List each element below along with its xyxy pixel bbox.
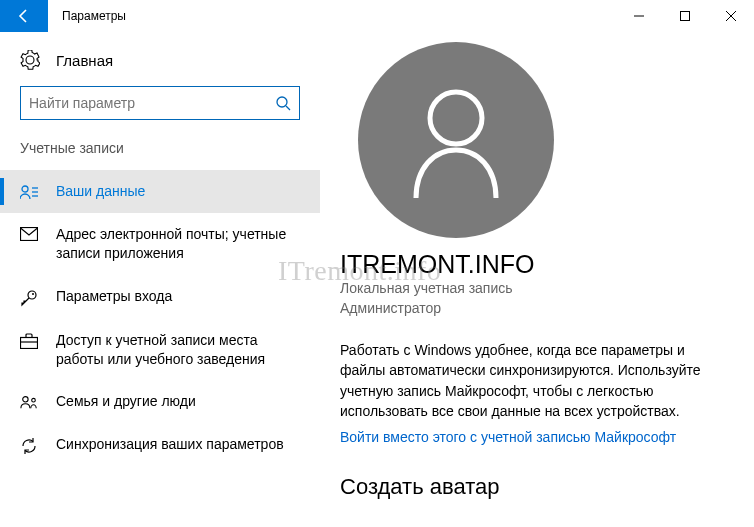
sidebar-item-signin-options[interactable]: Параметры входа (0, 275, 320, 319)
avatar (358, 42, 554, 238)
home-button[interactable]: Главная (0, 50, 320, 86)
svg-point-15 (23, 397, 28, 402)
minimize-button[interactable] (616, 0, 662, 32)
sidebar-item-sync[interactable]: Синхронизация ваших параметров (0, 423, 320, 467)
svg-point-6 (22, 186, 28, 192)
svg-point-17 (430, 92, 482, 144)
svg-point-4 (277, 97, 287, 107)
maximize-button[interactable] (662, 0, 708, 32)
briefcase-icon (20, 333, 38, 349)
window-controls (616, 0, 754, 32)
username: ITREMONT.INFO (340, 250, 734, 279)
search-icon (275, 95, 291, 111)
arrow-left-icon (16, 8, 32, 24)
person-icon (401, 80, 511, 200)
sync-description: Работать с Windows удобнее, когда все па… (340, 340, 734, 421)
sidebar-item-label: Параметры входа (56, 287, 182, 306)
sidebar-item-label: Доступ к учетной записи места работы или… (56, 331, 300, 369)
category-title: Учетные записи (0, 140, 320, 170)
mail-icon (20, 227, 38, 241)
close-button[interactable] (708, 0, 754, 32)
sidebar: Главная Учетные записи Ваши данные Адрес… (0, 32, 320, 527)
gear-icon (20, 50, 40, 70)
signin-microsoft-link[interactable]: Войти вместо этого с учетной записью Май… (340, 429, 676, 445)
sidebar-item-label: Семья и другие люди (56, 392, 206, 411)
svg-line-5 (286, 106, 290, 110)
account-type: Локальная учетная запись (340, 279, 734, 299)
key-icon (20, 289, 38, 307)
sync-icon (20, 437, 38, 455)
close-icon (726, 11, 736, 21)
search-field[interactable] (29, 95, 275, 111)
people-icon (20, 394, 38, 410)
home-label: Главная (56, 52, 113, 69)
titlebar: Параметры (0, 0, 754, 32)
avatar-section-title: Создать аватар (340, 474, 734, 500)
svg-rect-13 (21, 337, 38, 348)
sidebar-item-email-accounts[interactable]: Адрес электронной почты; учетные записи … (0, 213, 320, 275)
account-role: Администратор (340, 299, 734, 319)
svg-rect-1 (681, 12, 690, 21)
svg-point-12 (32, 293, 34, 295)
sidebar-item-label: Синхронизация ваших параметров (56, 435, 294, 454)
sidebar-item-your-info[interactable]: Ваши данные (0, 170, 320, 213)
sidebar-item-family[interactable]: Семья и другие люди (0, 380, 320, 423)
sidebar-item-work-school[interactable]: Доступ к учетной записи места работы или… (0, 319, 320, 381)
back-button[interactable] (0, 0, 48, 32)
main-content: ITREMONT.INFO Локальная учетная запись А… (320, 32, 754, 527)
svg-point-16 (32, 399, 36, 403)
minimize-icon (634, 11, 644, 21)
person-card-icon (20, 184, 38, 200)
sidebar-item-label: Адрес электронной почты; учетные записи … (56, 225, 300, 263)
svg-point-11 (28, 291, 36, 299)
sidebar-item-label: Ваши данные (56, 182, 155, 201)
window-title: Параметры (62, 9, 126, 23)
maximize-icon (680, 11, 690, 21)
search-input[interactable] (20, 86, 300, 120)
